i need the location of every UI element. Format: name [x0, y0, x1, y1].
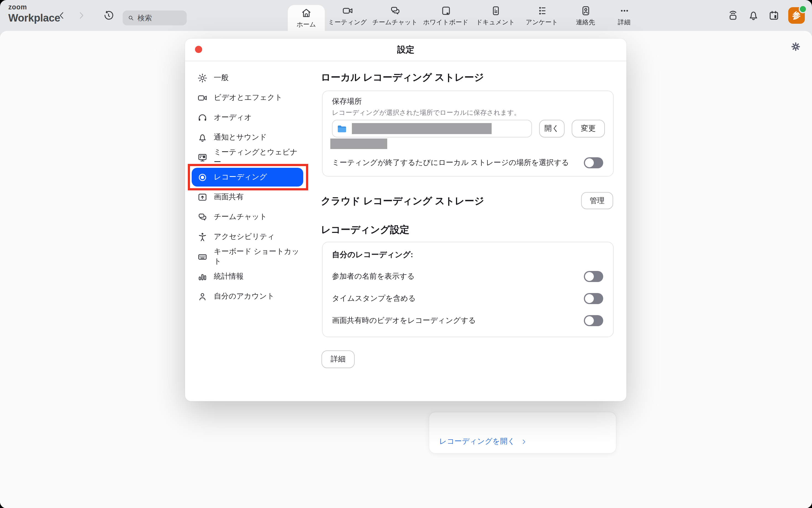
- sidebar-item-general[interactable]: 一般: [192, 68, 305, 88]
- sidebar-item-meetings-webinars[interactable]: ミーティングとウェビナー: [192, 147, 305, 167]
- tab-more[interactable]: 詳細: [607, 0, 642, 31]
- recording-settings-heading: レコーディング設定: [321, 223, 409, 236]
- chevron-left-icon: [57, 10, 67, 20]
- choose-location-toggle[interactable]: [584, 157, 603, 168]
- sidebar-item-label: ミーティングとウェビナー: [214, 147, 300, 167]
- tab-team-chat-label: チームチャット: [372, 18, 418, 26]
- open-recordings-link[interactable]: レコーディングを開く: [439, 436, 527, 447]
- ellipsis-icon: [618, 5, 630, 16]
- logo-workplace-text: Workplace: [8, 12, 60, 23]
- zoom-workplace-logo: zoom Workplace: [8, 4, 60, 23]
- include-timestamp-row: タイムスタンプを含める: [332, 293, 603, 304]
- sidebar-item-label: 通知とサウンド: [214, 132, 267, 142]
- redacted-storage-info: [330, 138, 387, 149]
- cloud-recording-storage-heading: クラウド レコーディング ストレージ: [321, 194, 484, 208]
- dialog-header: 設定: [185, 39, 626, 61]
- monitor-grid-icon: [197, 152, 208, 163]
- sidebar-item-statistics[interactable]: 統計情報: [192, 266, 305, 287]
- video-camera-icon: [342, 5, 353, 16]
- sidebar-item-label: 画面共有: [214, 192, 243, 202]
- sidebar-item-screen-share[interactable]: 画面共有: [192, 187, 305, 207]
- chevron-right-icon: [520, 438, 527, 444]
- show-participant-names-label: 参加者の名前を表示する: [332, 271, 415, 282]
- recording-settings-card: 自分のレコーディング: 参加者の名前を表示する タイムスタンプを含める 画面共有…: [322, 242, 614, 337]
- tab-contacts[interactable]: 連絡先: [565, 0, 607, 31]
- bell-icon: [197, 132, 208, 143]
- tab-home[interactable]: ホーム: [288, 5, 325, 31]
- local-storage-card: 保存場所 レコーディングが選択された場所でローカルに保存されます。 開く 変更 …: [322, 90, 614, 177]
- advanced-button[interactable]: 詳細: [321, 350, 355, 368]
- user-avatar[interactable]: 参: [788, 7, 805, 24]
- sidebar-item-label: 自分のアカウント: [214, 291, 274, 301]
- bell-icon: [747, 9, 760, 22]
- search-field[interactable]: [138, 14, 182, 22]
- sidebar-item-recording[interactable]: レコーディング: [192, 168, 303, 186]
- headphones-icon: [197, 112, 208, 123]
- sidebar-item-my-account[interactable]: 自分のアカウント: [192, 287, 305, 306]
- back-button[interactable]: [57, 10, 67, 20]
- redacted-path-text: [352, 123, 492, 134]
- sidebar-item-notifications[interactable]: 通知とサウンド: [192, 127, 305, 147]
- recordings-card: レコーディングを開く: [429, 412, 616, 454]
- notifications-button[interactable]: [747, 9, 760, 22]
- sidebar-item-video-effects[interactable]: ビデオとエフェクト: [192, 88, 305, 108]
- tab-surveys[interactable]: アンケート: [519, 0, 565, 31]
- chat-bubbles-icon: [389, 5, 401, 16]
- recording-path-field[interactable]: [332, 120, 532, 137]
- sidebar-item-label: 一般: [214, 73, 229, 83]
- my-recordings-label: 自分のレコーディング:: [332, 250, 413, 260]
- connect-device-button[interactable]: [727, 9, 739, 22]
- tab-whiteboard[interactable]: ホワイトボード: [420, 0, 472, 31]
- settings-sidebar: 一般 ビデオとエフェクト オーディオ: [192, 68, 305, 306]
- history-icon: [103, 10, 114, 21]
- tab-surveys-label: アンケート: [526, 18, 558, 26]
- logo-zoom-text: zoom: [8, 4, 60, 11]
- sidebar-item-label: チームチャット: [214, 212, 267, 222]
- presence-dot: [799, 5, 807, 13]
- tab-docs[interactable]: ドキュメント: [472, 0, 519, 31]
- gear-icon: [791, 42, 800, 51]
- contact-card-icon: [580, 5, 591, 16]
- history-button[interactable]: [103, 10, 114, 21]
- device-broadcast-icon: [727, 9, 739, 22]
- dialog-title: 設定: [185, 39, 626, 61]
- survey-list-icon: [536, 5, 548, 16]
- calendar-icon: [768, 9, 780, 22]
- sidebar-item-audio[interactable]: オーディオ: [192, 108, 305, 127]
- top-bar: zoom Workplace: [0, 0, 812, 31]
- tab-contacts-label: 連絡先: [576, 18, 595, 26]
- tab-meetings[interactable]: ミーティング: [325, 0, 370, 31]
- main-nav-tabs: ホーム ミーティング チームチャット ホワイトボー: [288, 0, 642, 31]
- person-icon: [197, 291, 208, 302]
- show-participant-names-toggle[interactable]: [584, 271, 603, 282]
- sidebar-item-keyboard-shortcuts[interactable]: キーボード ショートカット: [192, 247, 305, 266]
- gear-icon: [197, 73, 208, 83]
- search-input[interactable]: [123, 10, 187, 26]
- tab-whiteboard-label: ホワイトボード: [423, 18, 468, 26]
- include-timestamp-label: タイムスタンプを含める: [332, 294, 416, 303]
- record-video-during-share-row: 画面共有時のビデオをレコーディングする: [332, 315, 603, 326]
- calendar-button[interactable]: [768, 9, 780, 22]
- sidebar-item-accessibility[interactable]: アクセシビリティ: [192, 227, 305, 247]
- save-location-description: レコーディングが選択された場所でローカルに保存されます。: [332, 108, 520, 118]
- sidebar-item-team-chat[interactable]: チームチャット: [192, 207, 305, 227]
- keyboard-icon: [197, 251, 208, 262]
- zoom-workplace-window: zoom Workplace: [0, 0, 812, 508]
- record-video-during-share-toggle[interactable]: [584, 315, 603, 326]
- share-screen-icon: [197, 192, 208, 202]
- video-camera-icon: [197, 92, 208, 103]
- tab-docs-label: ドキュメント: [476, 18, 515, 26]
- open-button[interactable]: 開く: [539, 120, 565, 137]
- chevron-right-icon: [76, 10, 86, 20]
- page-settings-button[interactable]: [791, 42, 800, 51]
- choose-location-label: ミーティングが終了するたびにローカル ストレージの場所を選択する: [332, 158, 569, 168]
- tab-team-chat[interactable]: チームチャット: [370, 0, 420, 31]
- include-timestamp-toggle[interactable]: [584, 293, 603, 304]
- whiteboard-icon: [440, 5, 452, 16]
- manage-button[interactable]: 管理: [581, 192, 613, 209]
- show-participant-names-row: 参加者の名前を表示する: [332, 271, 603, 282]
- choose-location-row: ミーティングが終了するたびにローカル ストレージの場所を選択する: [332, 157, 603, 168]
- change-button[interactable]: 変更: [572, 120, 605, 137]
- tab-home-label: ホーム: [297, 20, 316, 29]
- forward-button[interactable]: [76, 10, 86, 20]
